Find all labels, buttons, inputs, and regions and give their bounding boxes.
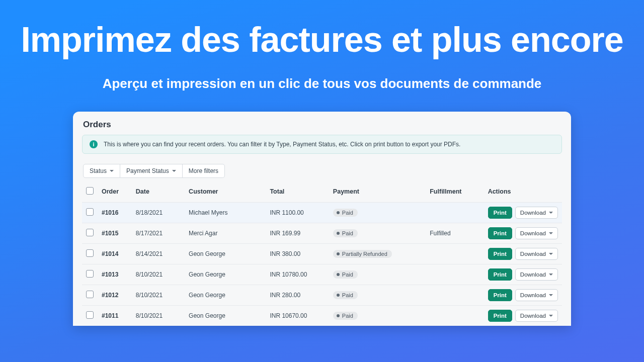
- cell-total: INR 10780.00: [266, 264, 329, 285]
- cell-payment: Paid: [329, 223, 426, 243]
- download-button[interactable]: Download: [515, 289, 558, 301]
- cell-date: 8/18/2021: [132, 202, 185, 223]
- table-row: #10128/10/2021Geon GeorgeINR 280.00PaidP…: [82, 285, 562, 305]
- cell-payment: Paid: [329, 285, 426, 305]
- download-label: Download: [520, 251, 546, 257]
- print-button[interactable]: Print: [488, 310, 512, 322]
- cell-total: INR 169.99: [266, 223, 329, 243]
- print-button[interactable]: Print: [488, 227, 512, 239]
- cell-total: INR 1100.00: [266, 202, 329, 223]
- cell-fulfillment: [426, 264, 484, 285]
- chevron-down-icon: [172, 170, 176, 172]
- order-link[interactable]: #1012: [102, 292, 118, 299]
- order-link[interactable]: #1011: [102, 312, 118, 319]
- chevron-down-icon: [549, 274, 553, 276]
- cell-payment: Partially Refunded: [329, 243, 426, 264]
- order-link[interactable]: #1013: [102, 271, 118, 278]
- filter-payment-status-label: Payment Status: [126, 167, 169, 174]
- status-dot-icon: [337, 314, 340, 317]
- cell-date: 8/10/2021: [132, 305, 185, 326]
- order-link[interactable]: #1016: [102, 209, 118, 216]
- th-payment: Payment: [329, 182, 426, 203]
- chevron-down-icon: [549, 253, 553, 255]
- download-button[interactable]: Download: [515, 310, 558, 322]
- table-row: #10118/10/2021Geon GeorgeINR 10670.00Pai…: [82, 305, 562, 326]
- th-order: Order: [98, 182, 132, 203]
- chevron-down-icon: [110, 170, 114, 172]
- row-checkbox[interactable]: [86, 311, 94, 319]
- print-button[interactable]: Print: [488, 248, 512, 260]
- hero-title: Imprimez des factures et plus encore: [0, 0, 644, 59]
- filter-more[interactable]: More filters: [183, 164, 225, 178]
- cell-customer: Geon George: [185, 243, 266, 264]
- cell-total: INR 380.00: [266, 243, 329, 264]
- filter-payment-status[interactable]: Payment Status: [120, 164, 183, 178]
- th-date: Date: [132, 182, 185, 203]
- cell-total: INR 280.00: [266, 285, 329, 305]
- order-link[interactable]: #1015: [102, 230, 118, 237]
- cell-fulfillment: [426, 305, 484, 326]
- download-label: Download: [520, 210, 546, 216]
- download-label: Download: [520, 292, 546, 298]
- print-button[interactable]: Print: [488, 207, 512, 219]
- cell-date: 8/10/2021: [132, 264, 185, 285]
- orders-table: Order Date Customer Total Payment Fulfil…: [82, 182, 562, 326]
- filter-bar: Status Payment Status More filters: [83, 164, 561, 178]
- cell-total: INR 10670.00: [266, 305, 329, 326]
- th-total: Total: [266, 182, 329, 203]
- table-row: #10168/18/2021Michael MyersINR 1100.00Pa…: [82, 202, 562, 223]
- table-row: #10148/14/2021Geon GeorgeINR 380.00Parti…: [82, 243, 562, 264]
- status-dot-icon: [337, 294, 340, 297]
- status-badge: Paid: [333, 291, 358, 299]
- info-banner: i This is where you can find your recent…: [82, 135, 562, 154]
- filter-more-label: More filters: [189, 167, 218, 174]
- info-text: This is where you can find your recent o…: [104, 141, 460, 148]
- status-badge: Paid: [333, 209, 358, 217]
- select-all-checkbox[interactable]: [86, 187, 94, 195]
- download-button[interactable]: Download: [515, 207, 558, 219]
- status-badge: Paid: [333, 312, 358, 320]
- status-dot-icon: [337, 211, 340, 214]
- print-button[interactable]: Print: [488, 289, 512, 301]
- cell-fulfillment: [426, 243, 484, 264]
- chevron-down-icon: [549, 232, 553, 234]
- status-badge: Paid: [333, 229, 358, 237]
- th-fulfillment: Fulfillment: [426, 182, 484, 203]
- status-dot-icon: [337, 232, 340, 235]
- order-link[interactable]: #1014: [102, 250, 118, 257]
- cell-customer: Geon George: [185, 305, 266, 326]
- print-button[interactable]: Print: [488, 268, 512, 281]
- cell-fulfillment: Fulfilled: [426, 223, 484, 243]
- download-button[interactable]: Download: [515, 248, 558, 260]
- download-label: Download: [520, 313, 546, 319]
- chevron-down-icon: [549, 212, 553, 214]
- panel-title: Orders: [83, 120, 562, 130]
- cell-payment: Paid: [329, 202, 426, 223]
- download-label: Download: [520, 272, 546, 278]
- th-actions: Actions: [484, 182, 562, 203]
- cell-customer: Geon George: [185, 285, 266, 305]
- download-button[interactable]: Download: [515, 268, 558, 281]
- cell-date: 8/14/2021: [132, 243, 185, 264]
- cell-customer: Merci Agar: [185, 223, 266, 243]
- download-label: Download: [520, 230, 546, 236]
- cell-payment: Paid: [329, 264, 426, 285]
- filter-status-label: Status: [90, 167, 107, 174]
- row-checkbox[interactable]: [86, 270, 94, 278]
- row-checkbox[interactable]: [86, 291, 94, 298]
- status-badge: Paid: [333, 270, 358, 279]
- chevron-down-icon: [549, 315, 553, 317]
- row-checkbox[interactable]: [86, 208, 94, 216]
- info-icon: i: [90, 140, 98, 148]
- cell-fulfillment: [426, 202, 484, 223]
- hero-subtitle: Aperçu et impression en un clic de tous …: [0, 76, 644, 92]
- filter-status[interactable]: Status: [83, 164, 120, 178]
- cell-customer: Michael Myers: [185, 202, 266, 223]
- table-row: #10138/10/2021Geon GeorgeINR 10780.00Pai…: [82, 264, 562, 285]
- cell-customer: Geon George: [185, 264, 266, 285]
- chevron-down-icon: [549, 294, 553, 296]
- download-button[interactable]: Download: [515, 227, 558, 239]
- cell-payment: Paid: [329, 305, 426, 326]
- row-checkbox[interactable]: [86, 229, 94, 236]
- row-checkbox[interactable]: [86, 249, 94, 257]
